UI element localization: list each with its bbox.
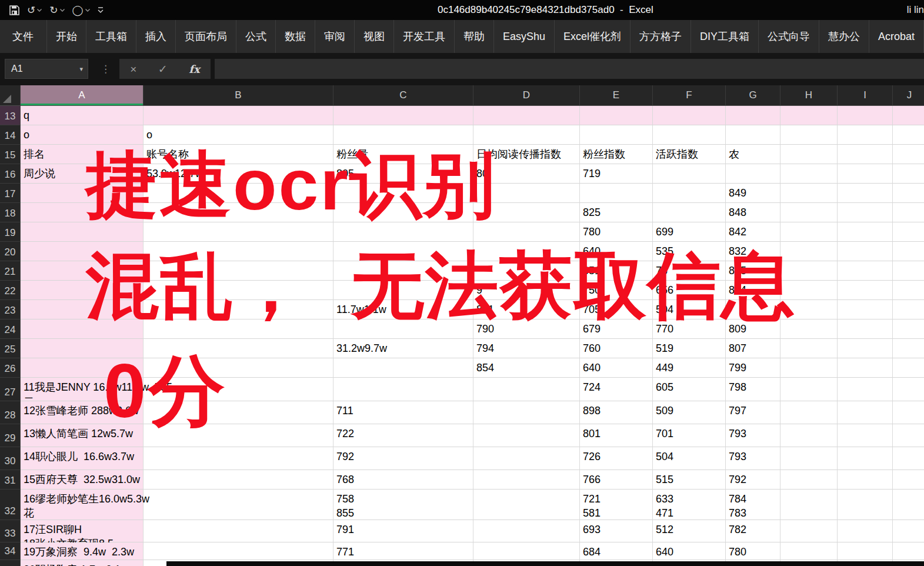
cell-C23[interactable]: 11.7w1.1w — [333, 300, 473, 319]
cell-F30[interactable]: 504 — [653, 447, 726, 470]
cell-F22[interactable]: 656 — [653, 281, 726, 300]
cell-D17[interactable] — [473, 184, 580, 203]
cell-C20[interactable] — [333, 242, 473, 261]
cell-F27[interactable]: 605 — [653, 378, 726, 401]
cell-C30[interactable]: 792 — [333, 447, 473, 470]
cell-F14[interactable] — [653, 125, 726, 145]
ribbon-tab-公式向导[interactable]: 公式向导 — [758, 20, 819, 53]
cell-E23[interactable]: 705 — [580, 300, 653, 319]
cell-D31[interactable] — [473, 470, 580, 490]
cell-G14[interactable] — [726, 125, 780, 145]
cell-B24[interactable] — [144, 319, 333, 339]
cell-I23[interactable] — [838, 300, 893, 319]
row-header-13[interactable]: 13 — [0, 106, 21, 125]
cell-H32[interactable] — [780, 490, 838, 520]
cell-D18[interactable] — [473, 203, 580, 222]
cell-F17[interactable] — [653, 184, 726, 203]
row-header-16[interactable]: 16 — [0, 164, 21, 184]
cell-J25[interactable] — [893, 339, 924, 358]
cell-G32[interactable]: 784 783 — [726, 490, 780, 520]
cell-D26[interactable]: 854 — [473, 358, 580, 378]
cell-I27[interactable] — [838, 378, 893, 401]
row-header-21[interactable]: 21 — [0, 261, 21, 281]
ribbon-tab-Excel催化剂[interactable]: Excel催化剂 — [554, 20, 630, 53]
cell-B18[interactable] — [144, 203, 333, 222]
cell-D14[interactable] — [473, 125, 580, 145]
ribbon-tab-Acrobat[interactable]: Acrobat — [869, 20, 923, 53]
cell-A34[interactable]: 19万象洞察 9.4w 2.3w — [21, 542, 144, 560]
cell-I34[interactable] — [838, 542, 893, 560]
cell-G21[interactable]: 825 — [726, 261, 780, 281]
cell-G30[interactable]: 793 — [726, 447, 780, 470]
cell-B33[interactable] — [144, 520, 333, 542]
cell-C15[interactable]: 粉丝量 — [333, 145, 473, 164]
cell-J23[interactable] — [893, 300, 924, 319]
cell-F15[interactable]: 活跃指数 — [653, 145, 726, 164]
cell-C21[interactable] — [333, 261, 473, 281]
cell-A31[interactable]: 15西府天尊 32.5w31.0w — [21, 470, 144, 490]
ribbon-tab-视图[interactable]: 视图 — [354, 20, 393, 53]
cell-D13[interactable] — [473, 106, 580, 125]
cell-I20[interactable] — [838, 242, 893, 261]
cell-H19[interactable] — [780, 222, 838, 242]
column-header-E[interactable]: E — [580, 85, 653, 106]
customize-toolbar-icon[interactable] — [98, 6, 104, 14]
column-header-C[interactable]: C — [333, 85, 473, 106]
cell-G25[interactable]: 807 — [726, 339, 780, 358]
cell-E27[interactable]: 724 — [580, 378, 653, 401]
row-header-14[interactable]: 14 — [0, 125, 21, 145]
cell-J31[interactable] — [893, 470, 924, 490]
cell-B16[interactable]: 53.9w12.7w — [144, 164, 333, 184]
ribbon-tab-文件[interactable]: 文件 — [4, 20, 46, 53]
cell-G29[interactable]: 793 — [726, 424, 780, 447]
cell-B23[interactable] — [144, 300, 333, 319]
ribbon-tab-工具箱[interactable]: 工具箱 — [86, 20, 136, 53]
ellipse-shape-icon[interactable]: ◯ — [72, 5, 90, 15]
cell-J30[interactable] — [893, 447, 924, 470]
cell-E29[interactable]: 801 — [580, 424, 653, 447]
cell-C26[interactable] — [333, 358, 473, 378]
cell-F33[interactable]: 512 — [653, 520, 726, 542]
cell-B13[interactable] — [144, 106, 333, 125]
cell-D24[interactable]: 790 — [473, 319, 580, 339]
cell-F25[interactable]: 519 — [653, 339, 726, 358]
cell-E24[interactable]: 679 — [580, 319, 653, 339]
cell-I18[interactable] — [838, 203, 893, 222]
row-header-15[interactable]: 15 — [0, 145, 21, 164]
cell-D34[interactable] — [473, 542, 580, 560]
cell-J26[interactable] — [893, 358, 924, 378]
row-header-31[interactable]: 31 — [0, 470, 21, 490]
cell-J13[interactable] — [893, 106, 924, 125]
row-header-20[interactable]: 20 — [0, 242, 21, 261]
cell-E34[interactable]: 684 — [580, 542, 653, 560]
row-header-17[interactable]: 17 — [0, 184, 21, 203]
column-header-G[interactable]: G — [726, 85, 780, 106]
cell-C17[interactable] — [333, 184, 473, 203]
cell-D32[interactable] — [473, 490, 580, 520]
row-header-34[interactable]: 34 — [0, 542, 21, 560]
cell-B31[interactable] — [144, 470, 333, 490]
cell-C34[interactable]: 771 — [333, 542, 473, 560]
cell-F13[interactable] — [653, 106, 726, 125]
cell-G18[interactable]: 848 — [726, 203, 780, 222]
cell-B22[interactable] — [144, 281, 333, 300]
column-header-I[interactable]: I — [838, 85, 893, 106]
row-header-35[interactable]: 35 — [0, 560, 21, 566]
cell-I26[interactable] — [838, 358, 893, 378]
cell-C14[interactable] — [333, 125, 473, 145]
cell-B14[interactable]: o — [144, 125, 333, 145]
cell-E14[interactable] — [580, 125, 653, 145]
cell-E31[interactable]: 766 — [580, 470, 653, 490]
cell-G19[interactable]: 842 — [726, 222, 780, 242]
cell-E16[interactable]: 719 — [580, 164, 653, 184]
cell-E25[interactable]: 760 — [580, 339, 653, 358]
cell-B28[interactable] — [144, 401, 333, 424]
cell-A29[interactable]: 13懒人简笔画 12w5.7w — [21, 424, 144, 447]
cell-A28[interactable]: 12张雪峰老师 288w3.6w — [21, 401, 144, 424]
cell-G34[interactable]: 780 — [726, 542, 780, 560]
cell-A32[interactable]: 16缪老师妙笔生16.0w5.3w 花 — [21, 490, 144, 520]
cell-F24[interactable]: 770 — [653, 319, 726, 339]
cell-G13[interactable] — [726, 106, 780, 125]
cell-A18[interactable] — [21, 203, 144, 222]
cell-D15[interactable]: 日均阅读传播指数 — [473, 145, 580, 164]
